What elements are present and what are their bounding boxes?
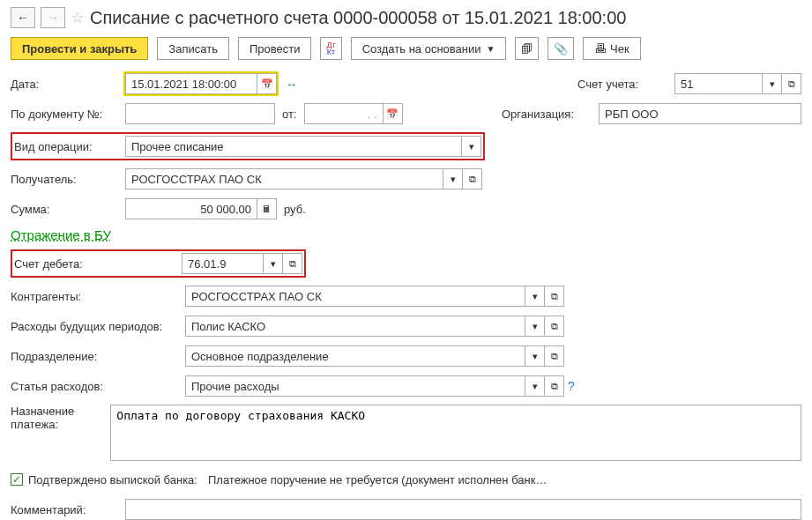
division-open[interactable]: ⧉ — [545, 345, 564, 367]
dtkt-button[interactable]: ДтКт — [320, 37, 341, 60]
chevron-down-icon: ▾ — [770, 78, 775, 90]
calendar-icon: 📅 — [261, 78, 273, 90]
save-button[interactable]: Записать — [157, 37, 229, 60]
check-button[interactable]: 🖶 Чек — [583, 37, 640, 60]
sum-label: Сумма: — [11, 203, 125, 216]
comment-label: Комментарий: — [11, 503, 125, 516]
docnum-input[interactable] — [125, 103, 275, 124]
open-icon: ⧉ — [551, 321, 558, 332]
division-label: Подразделение: — [11, 350, 185, 363]
optype-dropdown[interactable]: ▾ — [462, 136, 481, 157]
purpose-label: Назначение платежа: — [11, 405, 110, 431]
org-label: Организация: — [502, 108, 599, 121]
nav-back-button[interactable]: ← — [11, 7, 35, 28]
chevron-down-icon: ▼ — [487, 44, 495, 54]
contragent-dropdown[interactable]: ▾ — [525, 286, 545, 307]
chevron-down-icon: ▾ — [533, 381, 538, 392]
purpose-textarea[interactable] — [110, 405, 801, 461]
comment-input[interactable] — [125, 499, 801, 520]
chevron-down-icon: ▾ — [533, 291, 538, 302]
docnum-label: По документу №: — [11, 108, 125, 121]
contragent-open[interactable]: ⧉ — [545, 286, 564, 307]
debit-input[interactable]: 76.01.9 — [182, 253, 264, 274]
docnum-from-label: от: — [282, 108, 297, 121]
account-dropdown[interactable]: ▾ — [763, 73, 782, 94]
dtkt-icon: ДтКт — [326, 41, 335, 56]
date-input[interactable]: 15.01.2021 18:00:00 — [125, 73, 257, 94]
open-icon: ⧉ — [788, 78, 795, 90]
optype-input[interactable]: Прочее списание — [125, 136, 462, 157]
org-value: РБП ООО — [599, 103, 801, 124]
expense-open[interactable]: ⧉ — [545, 375, 564, 397]
docdate-input[interactable]: . . — [304, 103, 384, 124]
account-open[interactable]: ⧉ — [782, 73, 801, 94]
currency-label: руб. — [284, 203, 306, 216]
expense-label: Статья расходов: — [11, 380, 185, 393]
confirmed-label: Подтверждено выпиской банка: — [28, 473, 197, 487]
division-dropdown[interactable]: ▾ — [525, 345, 545, 367]
open-icon: ⧉ — [551, 291, 558, 302]
contragent-label: Контрагенты: — [11, 290, 185, 303]
expense-dropdown[interactable]: ▾ — [525, 375, 545, 397]
open-icon: ⧉ — [551, 351, 558, 362]
chevron-down-icon: ▾ — [533, 351, 538, 362]
chevron-down-icon: ▾ — [533, 321, 538, 332]
docdate-calendar[interactable]: 📅 — [384, 103, 403, 124]
recipient-dropdown[interactable]: ▾ — [443, 168, 463, 189]
recipient-open[interactable]: ⧉ — [463, 168, 482, 189]
submit-close-button[interactable]: Провести и закрыть — [11, 37, 148, 60]
link-icon: 🗐 — [521, 42, 533, 56]
chevron-down-icon: ▾ — [451, 174, 456, 185]
create-based-label: Создать на основании — [362, 42, 481, 56]
future-open[interactable]: ⧉ — [545, 316, 564, 337]
favorite-icon[interactable]: ☆ — [71, 8, 85, 27]
future-label: Расходы будущих периодов: — [11, 320, 185, 333]
date-label: Дата: — [11, 78, 125, 91]
open-icon: ⧉ — [469, 174, 476, 185]
nav-forward-button[interactable]: → — [41, 7, 65, 28]
sum-calc[interactable]: 🖩 — [257, 198, 277, 219]
page-title: Списание с расчетного счета 0000-000058 … — [90, 8, 626, 28]
recipient-input[interactable]: РОСГОССТРАХ ПАО СК — [125, 168, 443, 189]
contragent-input[interactable]: РОСГОССТРАХ ПАО СК — [185, 286, 525, 307]
help-icon[interactable]: ? — [568, 379, 575, 393]
sum-input[interactable]: 50 000,00 — [125, 198, 257, 219]
submit-button[interactable]: Провести — [238, 37, 312, 60]
link-button[interactable]: 🗐 — [515, 37, 539, 60]
open-icon: ⧉ — [289, 258, 296, 270]
debit-open[interactable]: ⧉ — [283, 253, 302, 274]
debit-dropdown[interactable]: ▾ — [264, 253, 283, 274]
section-title: Отражение в БУ — [11, 227, 801, 242]
chevron-down-icon: ▾ — [469, 141, 474, 152]
calculator-icon: 🖩 — [262, 204, 272, 214]
future-input[interactable]: Полис КАСКО — [185, 316, 525, 337]
open-icon: ⧉ — [551, 381, 558, 392]
account-input[interactable]: 51 — [674, 73, 763, 94]
check-label: Чек — [610, 42, 629, 56]
printer-icon: 🖶 — [594, 41, 607, 56]
future-dropdown[interactable]: ▾ — [525, 316, 545, 337]
calendar-button[interactable]: 📅 — [257, 73, 277, 94]
attach-button[interactable]: 📎 — [548, 37, 574, 60]
expense-input[interactable]: Прочие расходы — [185, 375, 525, 397]
date-ok-icon: ↔ — [286, 78, 297, 91]
account-label: Счет учета: — [577, 78, 674, 91]
chevron-down-icon: ▾ — [271, 258, 276, 270]
debit-label: Счет дебета: — [14, 257, 182, 271]
recipient-label: Получатель: — [11, 173, 125, 186]
create-based-button[interactable]: Создать на основании ▼ — [351, 37, 507, 60]
division-input[interactable]: Основное подразделение — [185, 345, 525, 367]
optype-label: Вид операции: — [14, 140, 125, 153]
paperclip-icon: 📎 — [554, 42, 568, 56]
confirmed-checkbox[interactable]: ✓ — [11, 473, 23, 486]
bank-note: Платежное поручение не требуется (докуме… — [208, 473, 547, 487]
calendar-icon: 📅 — [386, 108, 399, 120]
